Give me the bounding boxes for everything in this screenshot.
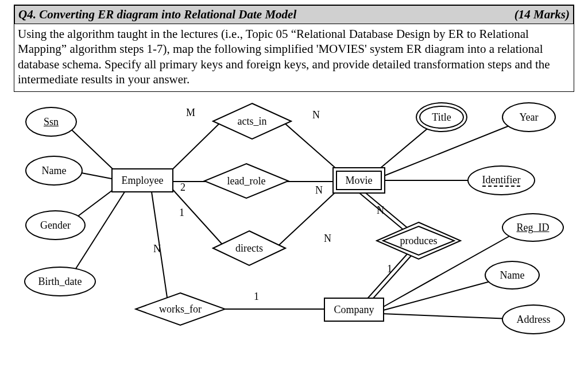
- rel-directs-label: directs: [235, 242, 263, 254]
- attr-ssn-label: Ssn: [44, 116, 59, 128]
- attr-year-label: Year: [519, 111, 538, 124]
- rel-directs: directs: [212, 230, 287, 267]
- attr-ssn: Ssn: [25, 107, 77, 137]
- card-lead-role-emp: 2: [180, 182, 185, 194]
- attr-name-emp: Name: [25, 156, 83, 186]
- rel-acts-in-label: acts_in: [238, 115, 267, 128]
- attr-gender-label: Gender: [40, 219, 71, 232]
- attr-gender: Gender: [25, 210, 86, 240]
- attr-identifier: Identifier: [467, 165, 535, 195]
- rel-lead-role-label: lead_role: [227, 175, 266, 187]
- attr-address: Address: [502, 304, 565, 334]
- card-produces-mov: N: [377, 205, 384, 217]
- attr-name-emp-label: Name: [42, 165, 67, 177]
- marks-label: (14 Marks): [514, 7, 570, 22]
- card-directs-mov: N: [324, 233, 331, 245]
- card-produces-co: 1: [387, 263, 392, 275]
- attr-reg-id: Reg_ID: [502, 213, 564, 242]
- attr-year: Year: [502, 102, 556, 132]
- card-directs-emp: 1: [179, 207, 184, 219]
- entity-employee-label: Employee: [122, 175, 164, 187]
- attr-birth-date: Birth_date: [24, 267, 96, 296]
- attr-name-co: Name: [485, 261, 540, 290]
- attr-birth-date-label: Birth_date: [38, 276, 82, 288]
- card-acts-in-emp: M: [186, 107, 195, 119]
- rel-produces: produces: [376, 221, 462, 260]
- connector-lines: [14, 97, 574, 344]
- rel-works-for: works_for: [134, 292, 226, 326]
- attr-name-co-label: Name: [500, 269, 525, 281]
- rel-works-for-label: works_for: [159, 303, 202, 315]
- attr-identifier-label: Identifier: [482, 175, 521, 187]
- card-works-for-co: 1: [254, 291, 259, 303]
- entity-company-label: Company: [334, 304, 374, 316]
- question-box: Q4. Converting ER diagram into Relationa…: [14, 5, 574, 92]
- attr-reg-id-label: Reg_ID: [517, 222, 550, 234]
- entity-employee: Employee: [111, 168, 173, 192]
- attr-title-label: Title: [432, 111, 451, 124]
- entity-movie-label: Movie: [346, 175, 373, 187]
- title-bar: Q4. Converting ER diagram into Relationa…: [14, 5, 574, 24]
- entity-company: Company: [324, 298, 384, 322]
- rel-lead-role: lead_role: [203, 163, 289, 199]
- rel-produces-label: produces: [400, 235, 438, 247]
- question-description: Using the algorithm taught in the lectur…: [14, 24, 574, 91]
- card-acts-in-mov: N: [312, 109, 320, 121]
- attr-title: Title: [416, 102, 467, 132]
- card-works-for-emp: N: [153, 243, 161, 255]
- rel-acts-in: acts_in: [212, 102, 292, 140]
- svg-line-11: [284, 122, 341, 173]
- question-title: Q4. Converting ER diagram into Relationa…: [18, 7, 296, 22]
- entity-movie: Movie: [332, 167, 385, 194]
- er-diagram: Ssn Name Gender Birth_date Employee acts…: [14, 97, 574, 344]
- card-lead-role-mov: N: [315, 184, 323, 196]
- attr-address-label: Address: [517, 314, 551, 326]
